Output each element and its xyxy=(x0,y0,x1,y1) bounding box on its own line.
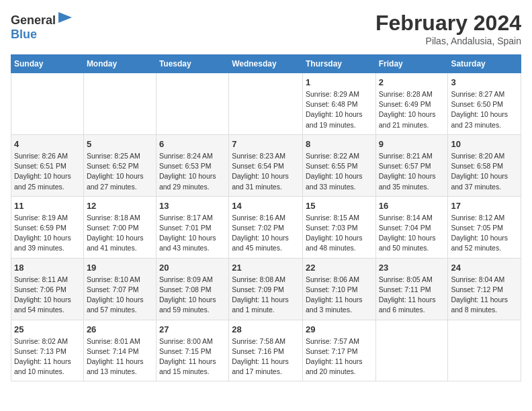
calendar-cell: 13Sunrise: 8:17 AM Sunset: 7:01 PM Dayli… xyxy=(156,196,228,258)
calendar-cell: 15Sunrise: 8:15 AM Sunset: 7:03 PM Dayli… xyxy=(302,196,375,258)
week-row-4: 18Sunrise: 8:11 AM Sunset: 7:06 PM Dayli… xyxy=(11,258,521,320)
day-info: Sunrise: 8:16 AM Sunset: 7:02 PM Dayligh… xyxy=(232,213,300,254)
day-info: Sunrise: 8:09 AM Sunset: 7:08 PM Dayligh… xyxy=(159,275,226,316)
day-info: Sunrise: 8:22 AM Sunset: 6:55 PM Dayligh… xyxy=(306,151,373,192)
weekday-header-saturday: Saturday xyxy=(448,55,521,73)
weekday-header-row: SundayMondayTuesdayWednesdayThursdayFrid… xyxy=(11,55,521,73)
day-info: Sunrise: 8:26 AM Sunset: 6:51 PM Dayligh… xyxy=(14,151,81,192)
calendar-cell: 3Sunrise: 8:27 AM Sunset: 6:50 PM Daylig… xyxy=(448,73,521,135)
main-title: February 2024 xyxy=(375,11,521,36)
calendar-cell: 1Sunrise: 8:29 AM Sunset: 6:48 PM Daylig… xyxy=(302,73,375,135)
day-number: 19 xyxy=(87,263,153,273)
day-number: 22 xyxy=(306,263,373,273)
day-number: 5 xyxy=(87,139,153,149)
calendar-cell xyxy=(229,73,303,135)
calendar-table: SundayMondayTuesdayWednesdayThursdayFrid… xyxy=(11,54,521,381)
day-number: 11 xyxy=(14,201,81,211)
day-info: Sunrise: 8:10 AM Sunset: 7:07 PM Dayligh… xyxy=(87,275,153,316)
calendar-cell: 26Sunrise: 8:01 AM Sunset: 7:14 PM Dayli… xyxy=(83,320,156,381)
day-info: Sunrise: 8:02 AM Sunset: 7:13 PM Dayligh… xyxy=(14,336,81,377)
weekday-header-friday: Friday xyxy=(375,55,448,73)
day-info: Sunrise: 8:29 AM Sunset: 6:48 PM Dayligh… xyxy=(306,89,373,130)
day-number: 6 xyxy=(159,139,226,149)
calendar-cell: 20Sunrise: 8:09 AM Sunset: 7:08 PM Dayli… xyxy=(156,258,228,320)
day-number: 9 xyxy=(379,139,445,149)
calendar-cell: 18Sunrise: 8:11 AM Sunset: 7:06 PM Dayli… xyxy=(11,258,84,320)
day-number: 14 xyxy=(232,201,300,211)
day-number: 10 xyxy=(451,139,518,149)
day-info: Sunrise: 8:05 AM Sunset: 7:11 PM Dayligh… xyxy=(379,275,445,316)
day-number: 16 xyxy=(379,201,445,211)
day-number: 17 xyxy=(451,201,518,211)
day-info: Sunrise: 8:27 AM Sunset: 6:50 PM Dayligh… xyxy=(451,89,518,130)
weekday-header-wednesday: Wednesday xyxy=(229,55,303,73)
week-row-5: 25Sunrise: 8:02 AM Sunset: 7:13 PM Dayli… xyxy=(11,320,521,381)
logo-general: General xyxy=(11,13,56,27)
day-number: 15 xyxy=(306,201,373,211)
calendar-cell: 8Sunrise: 8:22 AM Sunset: 6:55 PM Daylig… xyxy=(302,134,375,196)
day-number: 23 xyxy=(379,263,445,273)
calendar-cell: 19Sunrise: 8:10 AM Sunset: 7:07 PM Dayli… xyxy=(83,258,156,320)
day-number: 13 xyxy=(159,201,226,211)
day-number: 1 xyxy=(306,77,373,87)
day-info: Sunrise: 8:11 AM Sunset: 7:06 PM Dayligh… xyxy=(14,275,81,316)
day-number: 7 xyxy=(232,139,300,149)
day-number: 4 xyxy=(14,139,81,149)
day-info: Sunrise: 8:12 AM Sunset: 7:05 PM Dayligh… xyxy=(451,213,518,254)
sub-title: Pilas, Andalusia, Spain xyxy=(375,36,521,46)
calendar-cell: 10Sunrise: 8:20 AM Sunset: 6:58 PM Dayli… xyxy=(448,134,521,196)
day-info: Sunrise: 8:17 AM Sunset: 7:01 PM Dayligh… xyxy=(159,213,226,254)
calendar-cell: 14Sunrise: 8:16 AM Sunset: 7:02 PM Dayli… xyxy=(229,196,303,258)
calendar-cell: 24Sunrise: 8:04 AM Sunset: 7:12 PM Dayli… xyxy=(448,258,521,320)
weekday-header-monday: Monday xyxy=(83,55,156,73)
logo-text: General Blue xyxy=(11,11,73,42)
calendar-cell: 5Sunrise: 8:25 AM Sunset: 6:52 PM Daylig… xyxy=(83,134,156,196)
logo-flag-icon xyxy=(57,11,73,24)
calendar-cell: 2Sunrise: 8:28 AM Sunset: 6:49 PM Daylig… xyxy=(375,73,448,135)
week-row-2: 4Sunrise: 8:26 AM Sunset: 6:51 PM Daylig… xyxy=(11,134,521,196)
calendar-cell: 22Sunrise: 8:06 AM Sunset: 7:10 PM Dayli… xyxy=(302,258,375,320)
day-number: 8 xyxy=(306,139,373,149)
calendar-cell: 23Sunrise: 8:05 AM Sunset: 7:11 PM Dayli… xyxy=(375,258,448,320)
calendar-cell xyxy=(83,73,156,135)
header: General Blue February 2024 Pilas, Andalu… xyxy=(11,11,521,46)
logo: General Blue xyxy=(11,11,73,42)
calendar-cell: 25Sunrise: 8:02 AM Sunset: 7:13 PM Dayli… xyxy=(11,320,84,381)
weekday-header-sunday: Sunday xyxy=(11,55,84,73)
day-info: Sunrise: 8:21 AM Sunset: 6:57 PM Dayligh… xyxy=(379,151,445,192)
day-info: Sunrise: 8:00 AM Sunset: 7:15 PM Dayligh… xyxy=(159,336,226,377)
calendar-cell: 28Sunrise: 7:58 AM Sunset: 7:16 PM Dayli… xyxy=(229,320,303,381)
day-number: 21 xyxy=(232,263,300,273)
calendar-cell: 9Sunrise: 8:21 AM Sunset: 6:57 PM Daylig… xyxy=(375,134,448,196)
title-area: February 2024 Pilas, Andalusia, Spain xyxy=(375,11,521,46)
day-info: Sunrise: 8:18 AM Sunset: 7:00 PM Dayligh… xyxy=(87,213,153,254)
day-number: 2 xyxy=(379,77,445,87)
day-number: 18 xyxy=(14,263,81,273)
logo-blue: Blue xyxy=(11,28,37,41)
day-info: Sunrise: 8:28 AM Sunset: 6:49 PM Dayligh… xyxy=(379,89,445,130)
day-number: 24 xyxy=(451,263,518,273)
day-info: Sunrise: 8:14 AM Sunset: 7:04 PM Dayligh… xyxy=(379,213,445,254)
day-number: 27 xyxy=(159,324,226,334)
calendar-cell xyxy=(11,73,84,135)
day-info: Sunrise: 8:06 AM Sunset: 7:10 PM Dayligh… xyxy=(306,275,373,316)
calendar-cell: 27Sunrise: 8:00 AM Sunset: 7:15 PM Dayli… xyxy=(156,320,228,381)
day-number: 3 xyxy=(451,77,518,87)
calendar-cell: 16Sunrise: 8:14 AM Sunset: 7:04 PM Dayli… xyxy=(375,196,448,258)
calendar-cell: 7Sunrise: 8:23 AM Sunset: 6:54 PM Daylig… xyxy=(229,134,303,196)
day-info: Sunrise: 8:23 AM Sunset: 6:54 PM Dayligh… xyxy=(232,151,300,192)
day-info: Sunrise: 8:04 AM Sunset: 7:12 PM Dayligh… xyxy=(451,275,518,316)
calendar-cell: 12Sunrise: 8:18 AM Sunset: 7:00 PM Dayli… xyxy=(83,196,156,258)
day-number: 29 xyxy=(306,324,373,334)
weekday-header-thursday: Thursday xyxy=(302,55,375,73)
calendar-cell: 29Sunrise: 7:57 AM Sunset: 7:17 PM Dayli… xyxy=(302,320,375,381)
calendar-cell: 21Sunrise: 8:08 AM Sunset: 7:09 PM Dayli… xyxy=(229,258,303,320)
calendar-cell xyxy=(375,320,448,381)
svg-marker-0 xyxy=(58,12,72,23)
calendar-cell: 17Sunrise: 8:12 AM Sunset: 7:05 PM Dayli… xyxy=(448,196,521,258)
day-info: Sunrise: 7:58 AM Sunset: 7:16 PM Dayligh… xyxy=(232,336,300,377)
day-info: Sunrise: 8:24 AM Sunset: 6:53 PM Dayligh… xyxy=(159,151,226,192)
day-info: Sunrise: 8:01 AM Sunset: 7:14 PM Dayligh… xyxy=(87,336,153,377)
day-info: Sunrise: 8:25 AM Sunset: 6:52 PM Dayligh… xyxy=(87,151,153,192)
day-info: Sunrise: 8:08 AM Sunset: 7:09 PM Dayligh… xyxy=(232,275,300,316)
